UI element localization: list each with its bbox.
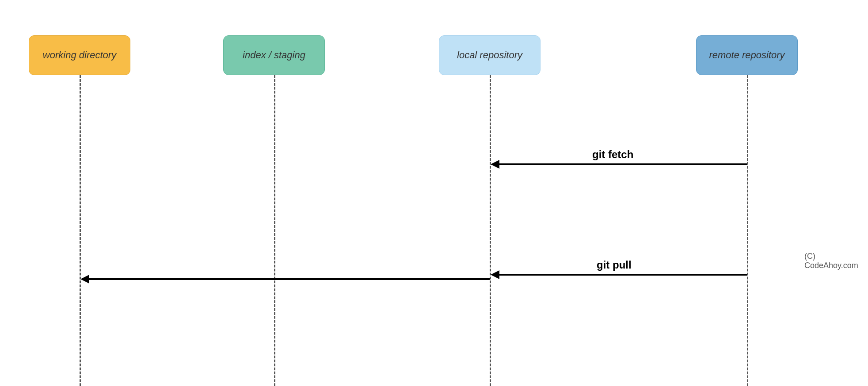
arrow-git-pull-right (499, 274, 747, 276)
label-git-pull: git pull (597, 259, 632, 271)
arrow-git-pull-left (88, 278, 490, 280)
arrow-head-git-pull-left (80, 275, 89, 284)
lane-working-directory: working directory (29, 35, 130, 75)
lane-remote-repository: remote repository (696, 35, 798, 75)
arrow-head-git-pull-right (491, 270, 499, 279)
lane-label: remote repository (709, 49, 784, 61)
label-git-fetch: git fetch (592, 148, 633, 161)
lifeline-working (80, 75, 81, 386)
lane-index-staging: index / staging (223, 35, 325, 75)
arrow-head-git-fetch (491, 160, 499, 169)
lane-label: index / staging (243, 49, 305, 61)
lifeline-local (490, 75, 491, 386)
arrow-git-fetch (499, 163, 747, 165)
lifeline-index (274, 75, 275, 386)
copyright-text: (C) CodeAhoy.com (804, 252, 868, 270)
lane-label: local repository (457, 49, 522, 61)
lifeline-remote (747, 75, 748, 386)
lane-label: working directory (43, 49, 116, 61)
lane-local-repository: local repository (439, 35, 541, 75)
